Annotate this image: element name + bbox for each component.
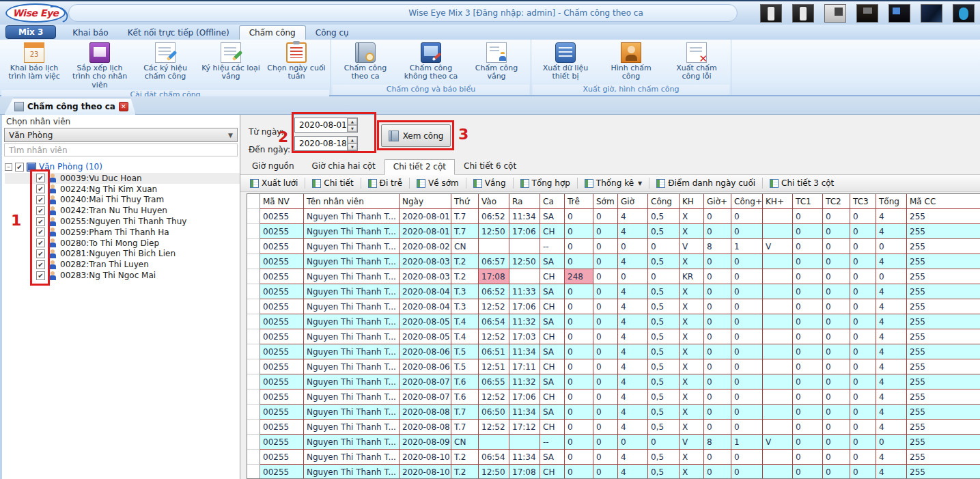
table-row[interactable]: 00255Nguyen Thi Thanh T...2020-08-01T.71… xyxy=(247,224,980,239)
grid-selector-cell[interactable] xyxy=(247,359,260,374)
view-tab-2[interactable]: Giờ chia hai cột xyxy=(303,159,384,174)
ribbon-button[interactable]: Xuất chấm công lỗi xyxy=(664,42,729,82)
grid-selector-cell[interactable] xyxy=(247,374,260,389)
table-row[interactable]: 00255Nguyen Thi Thanh T...2020-08-05T.40… xyxy=(247,314,980,329)
table-row[interactable]: 00255Nguyen Thi Thanh T...2020-08-10T.21… xyxy=(247,465,980,479)
table-row[interactable]: 00255Nguyen Thi Thanh T...2020-08-10T.20… xyxy=(247,450,980,465)
ribbon-tab-mix-3[interactable]: Mix 3 xyxy=(5,25,56,39)
ribbon-button[interactable]: Khai báo lịch trình làm việc xyxy=(1,42,67,82)
grid-cell: 0 xyxy=(850,435,876,450)
grid-header-cell[interactable]: TC3 xyxy=(850,194,876,209)
ribbon-button[interactable]: Chấm công không theo ca xyxy=(398,42,464,82)
grid-header-cell[interactable]: Ra xyxy=(509,194,540,209)
toolbar-button[interactable]: Chi tiết xyxy=(307,176,359,190)
ribbon-button[interactable]: Sắp xếp lịch trình cho nhân viên xyxy=(67,42,132,90)
grid-header-cell[interactable]: Tổng xyxy=(876,194,907,209)
grid-header-cell[interactable]: Giờ+ xyxy=(704,194,731,209)
grid-selector-cell[interactable] xyxy=(247,239,260,254)
view-tab-3[interactable]: Chi tiết 2 cột xyxy=(384,159,455,175)
grid-header-cell[interactable]: KH+ xyxy=(763,194,793,209)
ribbon-button[interactable]: Hình chấm công xyxy=(598,42,664,82)
table-row[interactable]: 00255Nguyen Thi Thanh T...2020-08-08T.71… xyxy=(247,420,980,435)
document-tab[interactable]: Chấm công theo ca ✕ xyxy=(4,98,136,115)
table-row[interactable]: 00255Nguyen Thi Thanh T...2020-08-03T.21… xyxy=(247,269,980,284)
view-tab-4[interactable]: Chi tiết 6 cột xyxy=(455,159,525,174)
ribbon-tab-c-ng-c-[interactable]: Công cụ xyxy=(306,26,359,40)
ribbon-button[interactable]: Chấm công vắng xyxy=(464,42,529,82)
ribbon-button[interactable]: Các ký hiệu chấm công xyxy=(132,42,198,82)
ribbon-button[interactable]: Ký hiệu các loại vắng xyxy=(198,42,264,82)
grid-cell: SA xyxy=(540,284,565,299)
grid-selector-cell[interactable] xyxy=(247,224,260,239)
grid-header-cell[interactable]: KH xyxy=(680,194,704,209)
grid-header-cell[interactable]: Công xyxy=(648,194,680,209)
grid-cell: 00255 xyxy=(260,450,304,465)
view-tab-1[interactable]: Giờ nguồn xyxy=(243,159,303,174)
ribbon-tab-khai-b-o[interactable]: Khai báo xyxy=(63,26,117,40)
grid-header-cell[interactable]: Mã CC xyxy=(907,194,980,209)
root-checkbox[interactable]: ✔ xyxy=(15,163,24,172)
grid-selector-cell[interactable] xyxy=(247,254,260,269)
table-row[interactable]: 00255Nguyen Thi Thanh T...2020-08-02CN--… xyxy=(247,239,980,254)
grid-header-cell[interactable]: TC1 xyxy=(793,194,823,209)
table-row[interactable]: 00255Nguyen Thi Thanh T...2020-08-04T.30… xyxy=(247,284,980,299)
grid-header-cell[interactable]: Thứ xyxy=(451,194,479,209)
toolbar-button[interactable]: Điểm danh ngày cuối xyxy=(651,176,761,190)
table-row[interactable]: 00255Nguyen Thi Thanh T...2020-08-04T.31… xyxy=(247,299,980,314)
grid-cell: T.6 xyxy=(451,389,479,405)
table-row[interactable]: 00255Nguyen Thi Thanh T...2020-08-03T.20… xyxy=(247,254,980,269)
grid-cell: 4 xyxy=(876,359,907,374)
grid-selector-cell[interactable] xyxy=(247,284,260,299)
toolbar-button[interactable]: Tổng hợp xyxy=(515,176,576,190)
toolbar-button[interactable]: Chi tiết 3 cột xyxy=(764,176,839,190)
grid-selector-cell[interactable] xyxy=(247,465,260,479)
ribbon-button[interactable]: Chọn ngày cuối tuần xyxy=(264,42,329,82)
grid-selector-cell[interactable] xyxy=(247,389,260,405)
grid-header-cell[interactable]: TC2 xyxy=(823,194,850,209)
grid-header-cell[interactable]: Vào xyxy=(479,194,509,209)
ribbon-tab-ch-m-c-ng[interactable]: Chấm công xyxy=(239,25,306,40)
grid-cell: 0 xyxy=(850,359,876,374)
grid-selector-cell[interactable] xyxy=(247,314,260,329)
table-row[interactable]: 00255Nguyen Thi Thanh T...2020-08-05T.41… xyxy=(247,329,980,344)
grid-header-cell[interactable]: Ngày xyxy=(400,194,451,209)
ribbon-tab-k-t-n-i-tr-c-ti-p-offline-[interactable]: Kết nối trực tiếp (Offline) xyxy=(118,26,239,40)
grid-selector-cell[interactable] xyxy=(247,209,260,224)
table-row[interactable]: 00255Nguyen Thi Thanh T...2020-08-07T.60… xyxy=(247,374,980,389)
toolbar-button[interactable]: Về sớm xyxy=(411,176,464,190)
grid-header-cell[interactable]: Tên nhân viên xyxy=(304,194,400,209)
toolbar-button[interactable]: Xuất lưới xyxy=(244,176,303,190)
employee-label: 00280:To Thi Mong Diep xyxy=(60,238,159,248)
department-dropdown[interactable]: Văn Phòng ▼ xyxy=(4,128,238,142)
table-row[interactable]: 00255Nguyen Thi Thanh T...2020-08-01T.70… xyxy=(247,209,980,224)
grid-selector-cell[interactable] xyxy=(247,405,260,420)
collapse-icon[interactable]: – xyxy=(5,163,12,171)
grid-header-cell[interactable]: Công+ xyxy=(731,194,763,209)
toolbar-button[interactable]: Thống kê▼ xyxy=(579,176,647,190)
grid-cell xyxy=(763,450,793,465)
grid-selector-cell[interactable] xyxy=(247,269,260,284)
grid-selector-cell[interactable] xyxy=(247,450,260,465)
ribbon-button[interactable]: Chấm công theo ca xyxy=(333,42,398,82)
table-row[interactable]: 00255Nguyen Thi Thanh T...2020-08-06T.51… xyxy=(247,359,980,374)
grid-selector-cell[interactable] xyxy=(247,344,260,359)
grid-selector-cell[interactable] xyxy=(247,329,260,344)
grid-selector-cell[interactable] xyxy=(247,420,260,435)
table-row[interactable]: 00255Nguyen Thi Thanh T...2020-08-07T.61… xyxy=(247,389,980,405)
close-icon[interactable]: ✕ xyxy=(119,102,128,111)
grid-cell: 12:52 xyxy=(479,420,509,435)
grid-header-cell[interactable]: Giờ xyxy=(618,194,648,209)
table-row[interactable]: 00255Nguyen Thi Thanh T...2020-08-08T.70… xyxy=(247,405,980,420)
toolbar-button[interactable]: Đi trễ xyxy=(363,176,408,190)
ribbon-button[interactable]: Xuất dữ liệu thiết bị xyxy=(533,42,598,82)
table-row[interactable]: 00255Nguyen Thi Thanh T...2020-08-06T.50… xyxy=(247,344,980,359)
employee-search-input[interactable]: Tìm nhân viên xyxy=(4,143,238,156)
table-row[interactable]: 00255Nguyen Thi Thanh T...2020-08-09CN--… xyxy=(247,435,980,450)
grid-header-cell[interactable]: Ca xyxy=(540,194,565,209)
grid-header-cell[interactable]: Mã NV xyxy=(260,194,304,209)
grid-header-cell[interactable]: Trễ xyxy=(565,194,593,209)
grid-header-cell[interactable]: Sớm xyxy=(593,194,618,209)
toolbar-button[interactable]: Vắng xyxy=(468,176,512,190)
grid-selector-cell[interactable] xyxy=(247,299,260,314)
grid-selector-cell[interactable] xyxy=(247,435,260,450)
